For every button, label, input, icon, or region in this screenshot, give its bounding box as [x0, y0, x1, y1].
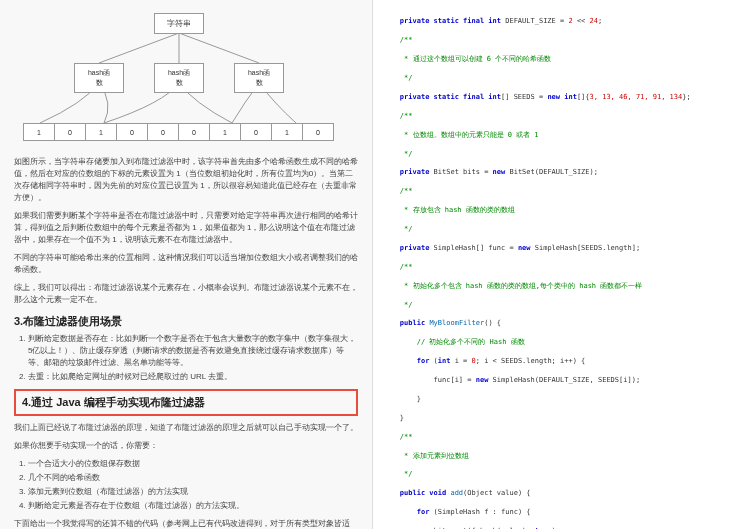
code-line: /**: [383, 263, 736, 272]
code-line: * 添加元素到位数组: [383, 452, 736, 461]
code-line: * 存放包含 hash 函数的类的数组: [383, 206, 736, 215]
list-item: 几个不同的哈希函数: [28, 472, 358, 484]
code-line: /**: [383, 433, 736, 442]
diagram-bit-cells: 1 0 1 0 0 0 1 0 1 0: [24, 123, 334, 141]
list-item: 判断给定数据是否存在：比如判断一个数字是否在于包含大量数字的数字集中（数字集很大…: [28, 333, 358, 369]
code-line: * 位数组。数组中的元素只能是 0 或者 1: [383, 131, 736, 140]
paragraph: 不同的字符串可能哈希出来的位置相同，这种情况我们可以适当增加位数组大小或者调整我…: [14, 252, 358, 276]
page-container: 字符串 hash函数 hash函数 hash函数 1 0 1 0 0 0 1 0…: [0, 0, 746, 529]
bit-cell: 0: [302, 123, 334, 141]
code-line: * 初始化多个包含 hash 函数的类的数组,每个类中的 hash 函数都不一样: [383, 282, 736, 291]
bit-cell: 1: [209, 123, 241, 141]
code-line: */: [383, 225, 736, 234]
svg-line-2: [179, 33, 259, 63]
code-line: private static final int DEFAULT_SIZE = …: [383, 17, 736, 26]
code-line: /**: [383, 112, 736, 121]
paragraph: 如图所示，当字符串存储要加入到布隆过滤器中时，该字符串首先由多个哈希函数生成不同…: [14, 156, 358, 204]
diagram-hash-node-3: hash函数: [234, 63, 284, 93]
bit-cell: 0: [54, 123, 86, 141]
paragraph: 我们上面已经说了布隆过滤器的原理，知道了布隆过滤器的原理之后就可以自己手动实现一…: [14, 422, 358, 434]
list-item: 添加元素到位数组（布隆过滤器）的方法实现: [28, 486, 358, 498]
code-line: */: [383, 470, 736, 479]
bit-cell: 0: [147, 123, 179, 141]
paragraph: 下面给出一个我觉得写的还算不错的代码（参考网上已有代码改进得到，对于所有类型对象…: [14, 518, 358, 529]
code-line: }: [383, 395, 736, 404]
bloom-diagram: 字符串 hash函数 hash函数 hash函数 1 0 1 0 0 0 1 0…: [14, 8, 358, 148]
code-line: public void add(Object value) {: [383, 489, 736, 498]
code-line: public MyBloomFilter() {: [383, 319, 736, 328]
code-line: for (int i = 0; i < SEEDS.length; i++) {: [383, 357, 736, 366]
paragraph: 如果我们需要判断某个字符串是否在布隆过滤器中时，只需要对给定字符串再次进行相同的…: [14, 210, 358, 246]
right-code-column: private static final int DEFAULT_SIZE = …: [373, 0, 746, 529]
code-line: private SimpleHash[] func = new SimpleHa…: [383, 244, 736, 253]
code-line: */: [383, 74, 736, 83]
bit-cell: 1: [23, 123, 55, 141]
code-line: func[i] = new SimpleHash(DEFAULT_SIZE, S…: [383, 376, 736, 385]
code-line: /**: [383, 36, 736, 45]
bit-cell: 1: [85, 123, 117, 141]
code-line: /**: [383, 187, 736, 196]
code-line: */: [383, 150, 736, 159]
list-item: 一个合适大小的位数组保存数据: [28, 458, 358, 470]
diagram-hash-node-2: hash函数: [154, 63, 204, 93]
section-heading-4: 4.通过 Java 编程手动实现布隆过滤器: [22, 395, 350, 410]
bit-cell: 0: [178, 123, 210, 141]
svg-line-0: [99, 33, 179, 63]
steps-list: 一个合适大小的位数组保存数据 几个不同的哈希函数 添加元素到位数组（布隆过滤器）…: [28, 458, 358, 512]
highlighted-heading-box: 4.通过 Java 编程手动实现布隆过滤器: [14, 389, 358, 416]
code-line: private static final int[] SEEDS = new i…: [383, 93, 736, 102]
section-heading-3: 3.布隆过滤器使用场景: [14, 314, 358, 329]
left-column: 字符串 hash函数 hash函数 hash函数 1 0 1 0 0 0 1 0…: [0, 0, 373, 529]
use-case-list: 判断给定数据是否存在：比如判断一个数字是否在于包含大量数字的数字集中（数字集很大…: [28, 333, 358, 383]
bit-cell: 0: [240, 123, 272, 141]
bit-cell: 1: [271, 123, 303, 141]
code-line: }: [383, 414, 736, 423]
list-item: 判断给定元素是否存在于位数组（布隆过滤器）的方法实现。: [28, 500, 358, 512]
code-line: for (SimpleHash f : func) {: [383, 508, 736, 517]
code-line: // 初始化多个不同的 Hash 函数: [383, 338, 736, 347]
code-line: private BitSet bits = new BitSet(DEFAULT…: [383, 168, 736, 177]
code-line: */: [383, 301, 736, 310]
list-item: 去重：比如爬给定网址的时候对已经爬取过的 URL 去重。: [28, 371, 358, 383]
code-line: * 通过这个数组可以创建 6 个不同的哈希函数: [383, 55, 736, 64]
paragraph: 综上，我们可以得出：布隆过滤器说某个元素存在，小概率会误判。布隆过滤器说某个元素…: [14, 282, 358, 306]
diagram-root-node: 字符串: [154, 13, 204, 34]
bit-cell: 0: [116, 123, 148, 141]
diagram-hash-node-1: hash函数: [74, 63, 124, 93]
paragraph: 如果你想要手动实现一个的话，你需要：: [14, 440, 358, 452]
